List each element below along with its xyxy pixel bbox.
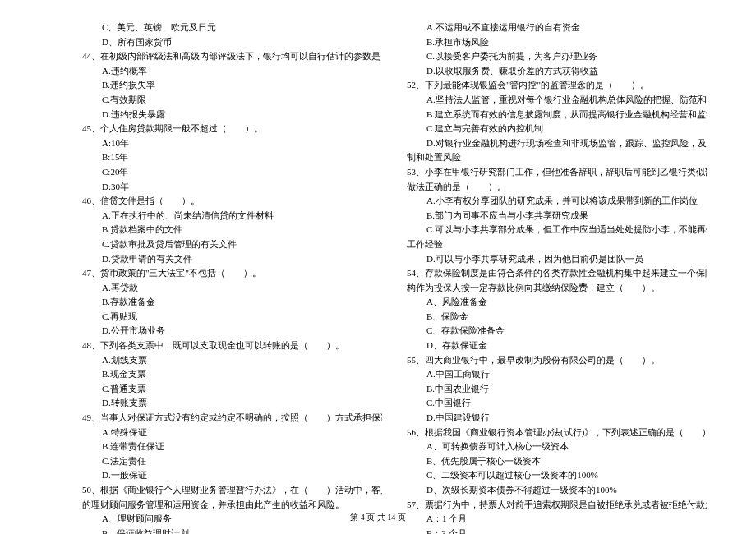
option-text: B.贷款档案中的文件 [82, 223, 382, 237]
question-continuation: 的理财顾问服务管理和运用资金，并承担由此产生的收益和风险。 [82, 498, 382, 513]
option-text: A.划线支票 [82, 353, 382, 368]
question-text: 53、小李在甲银行研究部门工作，但他准备辞职，辞职后可能到乙银行类似部门工作，则… [407, 165, 707, 180]
option-text: B、优先股属于核心一级资本 [407, 454, 707, 469]
option-text: D.对银行业金融机构进行现场检查和非现场监管，跟踪、监控风险，及早发现、预警、控 [407, 136, 707, 151]
option-text: B.承担市场风险 [407, 35, 707, 50]
option-text: D、存款保证金 [407, 338, 707, 353]
option-text: B.现金支票 [82, 367, 382, 382]
option-text: B.连带责任保证 [82, 440, 382, 454]
question-text: 46、信贷文件是指（ ）。 [82, 194, 382, 209]
option-text: D、次级长期资本债券不得超过一级资本的100% [407, 483, 707, 498]
question-text: 45、个人住房贷款期限一般不超过（ ）。 [82, 122, 382, 136]
question-text: 57、票据行为中，持票人对前手追索权期限是自被拒绝承兑或者被拒绝付款之日起（ ）… [407, 498, 707, 513]
page-content: C、美元、英镑、欧元及日元 D、所有国家货币 44、在初级内部评级法和高级内部评… [0, 0, 756, 534]
option-text: A、风险准备金 [407, 295, 707, 310]
option-text: D.一般保证 [82, 468, 382, 483]
left-column: C、美元、英镑、欧元及日元 D、所有国家货币 44、在初级内部评级法和高级内部评… [82, 21, 382, 534]
option-text: B：3 个月 [407, 527, 707, 534]
right-column: A.不运用或不直接运用银行的自有资金 B.承担市场风险 C.以接受客户委托为前提… [407, 21, 707, 534]
option-text: C:20年 [82, 165, 382, 180]
question-text: 44、在初级内部评级法和高级内部评级法下，银行均可以自行估计的参数是（ ）。 [82, 49, 382, 64]
option-text: A.特殊保证 [82, 426, 382, 440]
option-text: B.建立系统而有效的信息披露制度，从而提高银行业金融机构经营和监管工作的透明度 [407, 108, 707, 122]
option-text: B.部门内同事不应当与小李共享研究成果 [407, 209, 707, 223]
option-continuation: 工作经验 [407, 237, 707, 252]
option-text: C、存款保险准备金 [407, 324, 707, 338]
option-text: A.正在执行中的、尚未结清信贷的文件材料 [82, 209, 382, 223]
option-text: B、保证收益理财计划 [82, 527, 382, 534]
option-text: B.中国农业银行 [407, 382, 707, 397]
option-continuation: 制和处置风险 [407, 150, 707, 165]
option-text: D:30年 [82, 180, 382, 195]
option-text: C.建立与完善有效的内控机制 [407, 122, 707, 136]
option-text: A.坚持法人监管，重视对每个银行业金融机构总体风险的把握、防范和化解 [407, 93, 707, 108]
option-text: C、二级资本可以超过核心一级资本的100% [407, 468, 707, 483]
option-text: B、保险金 [407, 310, 707, 325]
question-continuation: 做法正确的是（ ）。 [407, 180, 707, 195]
option-text: A.中国工商银行 [407, 367, 707, 382]
option-text: D.可以与小李共享研究成果，因为他目前仍是团队一员 [407, 252, 707, 267]
option-text: C、美元、英镑、欧元及日元 [82, 21, 382, 35]
option-text: B:15年 [82, 150, 382, 165]
question-text: 55、四大商业银行中，最早改制为股份有限公司的是（ ）。 [407, 353, 707, 368]
option-text: C.普通支票 [82, 382, 382, 397]
option-text: C.法定责任 [82, 454, 382, 469]
question-text: 47、货币政策的"三大法宝"不包括（ ）。 [82, 266, 382, 281]
question-text: 56、根据我国《商业银行资本管理办法(试行)》，下列表述正确的是（ ）。 [407, 426, 707, 440]
question-text: 50、根据《商业银行个人理财业务管理暂行办法》，在（ ）活动中，客户根据商业银行… [82, 483, 382, 498]
option-text: D、所有国家货币 [82, 35, 382, 50]
option-text: C.以接受客户委托为前提，为客户办理业务 [407, 49, 707, 64]
question-text: 49、当事人对保证方式没有约定或约定不明确的，按照（ ）方式承担保证责任。 [82, 411, 382, 426]
option-text: D.公开市场业务 [82, 324, 382, 338]
option-text: C.中国银行 [407, 396, 707, 411]
option-text: D.转账支票 [82, 396, 382, 411]
question-text: 52、下列最能体现银监会"管内控"的监管理念的是（ ）。 [407, 78, 707, 93]
page-footer: 第 4 页 共 14 页 [0, 511, 756, 524]
option-text: D.贷款申请的有关文件 [82, 252, 382, 267]
question-text: 48、下列各类支票中，既可以支取现金也可以转账的是（ ）。 [82, 338, 382, 353]
option-text: D.违约报失暴露 [82, 108, 382, 122]
option-text: B.违约损失率 [82, 78, 382, 93]
option-text: C.贷款审批及贷后管理的有关文件 [82, 237, 382, 252]
question-text: 54、存款保险制度是由符合条件的各类存款性金融机构集中起来建立一个保险机构，各存… [407, 266, 707, 281]
option-text: A.小李有权分享团队的研究成果，并可以将该成果带到新的工作岗位 [407, 194, 707, 209]
option-text: D.以收取服务费、赚取价差的方式获得收益 [407, 64, 707, 79]
option-text: A:10年 [82, 136, 382, 151]
option-text: A.违约概率 [82, 64, 382, 79]
option-text: A、可转换债券可计入核心一级资本 [407, 440, 707, 454]
question-continuation: 构作为投保人按一定存款比例向其缴纳保险费，建立（ ）。 [407, 281, 707, 296]
option-text: B.存款准备金 [82, 295, 382, 310]
option-text: C.再贴现 [82, 310, 382, 325]
option-text: C.可以与小李共享部分成果，但工作中应当适当处处提防小李，不能再使其利用团队资源… [407, 223, 707, 237]
option-text: C.有效期限 [82, 93, 382, 108]
option-text: A.不运用或不直接运用银行的自有资金 [407, 21, 707, 35]
option-text: A.再贷款 [82, 281, 382, 296]
option-text: D.中国建设银行 [407, 411, 707, 426]
